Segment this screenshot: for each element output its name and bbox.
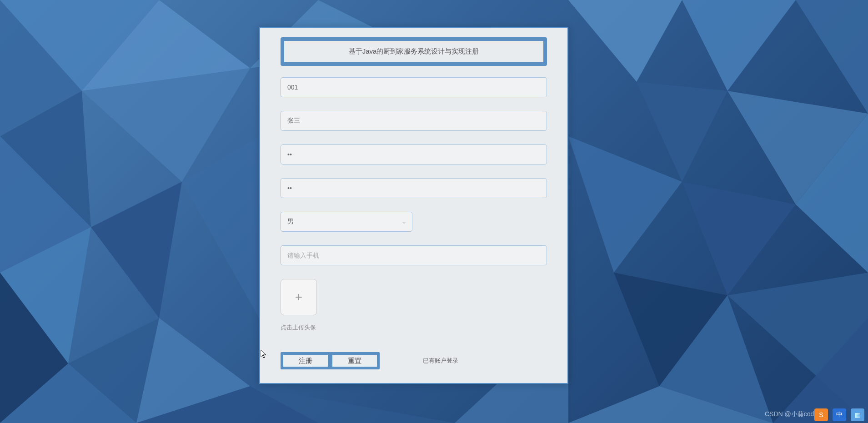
login-link[interactable]: 已有账户登录 <box>423 357 458 365</box>
title-text: 基于Java的厨到家服务系统设计与实现注册 <box>349 47 479 55</box>
taskbar-icon-3[interactable]: ▦ <box>851 408 864 421</box>
taskbar-icons: S 中 ▦ <box>814 408 864 421</box>
avatar-upload[interactable]: + <box>281 279 317 315</box>
registration-form: 基于Java的厨到家服务系统设计与实现注册 男 ⌵ + 点击上传头像 注册 重置… <box>259 27 568 384</box>
watermark: CSDN @小葵coding <box>765 410 823 418</box>
register-button[interactable]: 注册 <box>281 352 331 369</box>
svg-marker-15 <box>796 0 868 114</box>
confirm-password-input[interactable] <box>281 178 547 198</box>
plus-icon: + <box>295 290 302 304</box>
upload-hint: 点击上传头像 <box>281 323 547 332</box>
password-input[interactable] <box>281 144 547 164</box>
button-row: 注册 重置 已有账户登录 <box>281 352 547 369</box>
gender-selected-value: 男 <box>287 218 294 226</box>
phone-input[interactable] <box>281 245 547 265</box>
taskbar-icon-1[interactable]: S <box>814 408 828 421</box>
svg-marker-6 <box>91 182 182 318</box>
svg-marker-18 <box>568 136 682 273</box>
svg-marker-14 <box>682 0 796 91</box>
svg-marker-19 <box>682 182 796 295</box>
chevron-down-icon: ⌵ <box>402 219 406 225</box>
taskbar-icon-2[interactable]: 中 <box>833 408 846 421</box>
reset-button[interactable]: 重置 <box>330 352 380 369</box>
name-input[interactable] <box>281 111 547 131</box>
account-input[interactable] <box>281 77 547 97</box>
gender-select[interactable]: 男 ⌵ <box>281 212 412 232</box>
cursor-icon <box>261 350 268 361</box>
svg-marker-16 <box>637 82 728 182</box>
svg-marker-13 <box>568 0 682 82</box>
form-title: 基于Java的厨到家服务系统设计与实现注册 <box>281 37 547 66</box>
svg-marker-27 <box>182 136 259 318</box>
